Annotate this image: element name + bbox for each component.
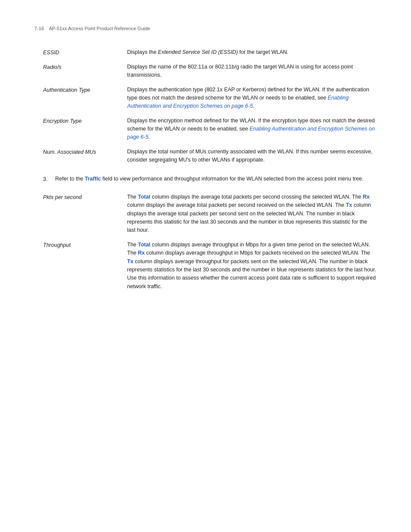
item-number-3: 3. <box>43 175 55 184</box>
term-num-mus: Num. Associated MUs <box>43 148 127 156</box>
def-row-pkts: Pkts per second The Total column display… <box>43 193 377 235</box>
def-row-num-mus: Num. Associated MUs Displays the total n… <box>43 148 377 165</box>
term-enc-type: Encryption Type <box>43 117 127 125</box>
term-radios: Radio/s <box>43 63 127 72</box>
desc-pkts: The Total column displays the average to… <box>127 193 377 235</box>
page-title: AP-51xx Access Point Product Reference G… <box>49 26 150 31</box>
term-auth-type: Authentication Type <box>43 86 127 94</box>
pkts-rx-label: Rx <box>363 194 370 200</box>
page-header: 7-16 AP-51xx Access Point Product Refere… <box>34 26 377 31</box>
def-row-auth-type: Authentication Type Displays the authent… <box>43 86 377 111</box>
term-pkts: Pkts per second <box>43 193 127 202</box>
enc-type-link[interactable]: Enabling Authentication and Encryption S… <box>127 126 375 140</box>
throughput-rx-label: Rx <box>138 250 145 256</box>
content-area: ESSID Displays the Extended Service Set … <box>43 48 377 291</box>
def-row-enc-type: Encryption Type Displays the encryption … <box>43 117 377 142</box>
pkts-tx-label: Tx <box>346 202 352 208</box>
traffic-link[interactable]: Traffic <box>85 176 101 182</box>
term-throughput: Throughput <box>43 241 127 249</box>
numbered-item-3: 3. Refer to the Traffic field to view pe… <box>43 175 377 184</box>
essid-italic: Extended Service Set ID (ESSID) <box>158 49 238 55</box>
page: 7-16 AP-51xx Access Point Product Refere… <box>0 0 411 532</box>
term-essid: ESSID <box>43 48 127 57</box>
auth-type-link[interactable]: Enabling Authentication and Encryption S… <box>127 95 349 109</box>
def-row-radios: Radio/s Displays the name of the 802.11a… <box>43 63 377 80</box>
pkts-total-label: Total <box>138 194 150 200</box>
throughput-total-label: Total <box>138 242 150 248</box>
desc-num-mus: Displays the total number of MUs current… <box>127 148 377 165</box>
page-number: 7-16 <box>34 26 44 31</box>
desc-radios: Displays the name of the 802.11a or 802.… <box>127 63 377 80</box>
desc-throughput: The Total column displays average throug… <box>127 241 377 291</box>
desc-auth-type: Displays the authentication type (802.1x… <box>127 86 377 111</box>
definition-table-bottom: Pkts per second The Total column display… <box>43 193 377 291</box>
desc-essid: Displays the Extended Service Set ID (ES… <box>127 48 377 56</box>
def-row-essid: ESSID Displays the Extended Service Set … <box>43 48 377 57</box>
definition-table-top: ESSID Displays the Extended Service Set … <box>43 48 377 165</box>
def-row-throughput: Throughput The Total column displays ave… <box>43 241 377 291</box>
desc-enc-type: Displays the encryption method defined f… <box>127 117 377 142</box>
throughput-tx-label: Tx <box>127 258 134 264</box>
item-3-content: Refer to the Traffic field to view perfo… <box>55 175 377 183</box>
